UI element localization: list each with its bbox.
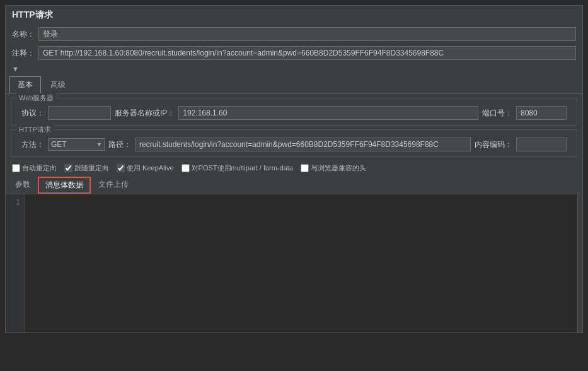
tab-bar: 基本 高级 bbox=[6, 75, 582, 94]
browser-compat-checkbox[interactable] bbox=[301, 164, 309, 172]
line-number-1: 1 bbox=[9, 197, 20, 208]
auto-redirect-checkbox[interactable] bbox=[12, 164, 20, 172]
path-label: 路径： bbox=[108, 139, 131, 150]
method-path-row: 方法： GET POST PUT DELETE HEAD OPTIONS PAT… bbox=[15, 135, 573, 154]
multipart-checkbox[interactable] bbox=[182, 164, 190, 172]
encoding-input[interactable] bbox=[516, 138, 567, 151]
http-request-content: 方法： GET POST PUT DELETE HEAD OPTIONS PAT… bbox=[15, 135, 573, 154]
auto-redirect-label: 自动重定向 bbox=[22, 163, 57, 173]
sub-tab-params[interactable]: 参数 bbox=[8, 177, 37, 194]
method-label: 方法： bbox=[21, 139, 44, 150]
multipart-label: 对POST使用multipart / form-data bbox=[192, 163, 293, 173]
keep-alive-label: 使用 KeepAlive bbox=[127, 163, 174, 173]
expand-icon[interactable]: ▼ bbox=[8, 64, 23, 74]
method-wrapper: GET POST PUT DELETE HEAD OPTIONS PATCH bbox=[48, 138, 105, 151]
follow-redirect-checkbox[interactable] bbox=[64, 164, 72, 172]
comment-input[interactable] bbox=[38, 46, 576, 60]
port-label: 端口号： bbox=[482, 108, 512, 119]
name-row: 名称： bbox=[6, 25, 582, 44]
tab-advanced[interactable]: 高级 bbox=[42, 76, 74, 93]
multipart-item[interactable]: 对POST使用multipart / form-data bbox=[182, 163, 293, 173]
web-server-section: Web服务器 协议： 服务器名称或IP： 端口号： bbox=[11, 98, 577, 126]
tab-basic[interactable]: 基本 bbox=[9, 76, 41, 93]
auto-redirect-item[interactable]: 自动重定向 bbox=[12, 163, 57, 173]
scrollbar[interactable] bbox=[577, 194, 582, 333]
code-editor[interactable] bbox=[25, 194, 577, 333]
server-input[interactable] bbox=[178, 106, 478, 120]
sub-tab-bar: 参数 消息体数据 文件上传 bbox=[6, 175, 582, 194]
server-row: 协议： 服务器名称或IP： 端口号： bbox=[15, 103, 573, 122]
follow-redirect-label: 跟随重定向 bbox=[74, 163, 109, 173]
http-request-section: HTTP请求 方法： GET POST PUT DELETE HEAD OPTI… bbox=[11, 129, 577, 157]
name-input[interactable] bbox=[38, 27, 576, 41]
keep-alive-checkbox[interactable] bbox=[117, 164, 125, 172]
editor-container: 1 bbox=[6, 194, 582, 333]
checkbox-row: 自动重定向 跟随重定向 使用 KeepAlive 对POST使用multipar… bbox=[6, 161, 582, 175]
keep-alive-item[interactable]: 使用 KeepAlive bbox=[117, 163, 174, 173]
http-request-legend: HTTP请求 bbox=[16, 125, 54, 134]
protocol-input[interactable] bbox=[48, 106, 111, 120]
comment-row: 注释： bbox=[6, 44, 582, 62]
web-server-content: 协议： 服务器名称或IP： 端口号： bbox=[15, 103, 573, 122]
sub-tab-body[interactable]: 消息体数据 bbox=[38, 177, 91, 194]
web-server-legend: Web服务器 bbox=[16, 93, 56, 103]
comment-label: 注释： bbox=[12, 48, 35, 59]
protocol-label: 协议： bbox=[21, 108, 44, 119]
follow-redirect-item[interactable]: 跟随重定向 bbox=[64, 163, 109, 173]
http-request-panel: HTTP请求 名称： 注释： ▼ 基本 高级 Web服务器 协议： 服务器名称或… bbox=[5, 5, 583, 333]
path-input[interactable] bbox=[135, 138, 471, 151]
top-controls: ▼ bbox=[6, 62, 582, 75]
encoding-label: 内容编码： bbox=[475, 139, 512, 150]
panel-title: HTTP请求 bbox=[6, 6, 582, 25]
name-label: 名称： bbox=[12, 29, 35, 40]
port-input[interactable] bbox=[516, 106, 567, 120]
sub-tab-file-upload[interactable]: 文件上传 bbox=[91, 177, 135, 194]
browser-compat-label: 与浏览器兼容的头 bbox=[311, 163, 366, 173]
browser-compat-item[interactable]: 与浏览器兼容的头 bbox=[301, 163, 366, 173]
method-select[interactable]: GET POST PUT DELETE HEAD OPTIONS PATCH bbox=[48, 138, 105, 151]
server-label: 服务器名称或IP： bbox=[115, 108, 175, 119]
line-numbers: 1 bbox=[6, 194, 25, 333]
